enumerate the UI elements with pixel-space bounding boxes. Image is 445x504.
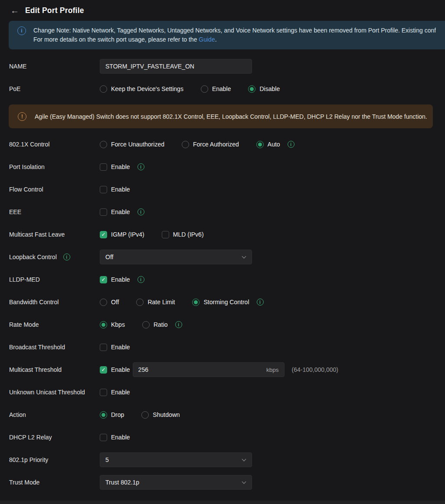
action-radio-drop[interactable]: Drop — [100, 411, 124, 419]
lldp-med-checkbox-enable[interactable]: ✓Enable — [100, 276, 130, 283]
poe-radio-enable[interactable]: Enable — [201, 85, 231, 93]
guide-link[interactable]: Guide — [199, 36, 215, 43]
multicast-threshold-input[interactable] — [138, 366, 266, 373]
change-note-line2: For more details on the switch port usag… — [33, 35, 436, 44]
rate-mode-radio-ratio[interactable]: Ratio — [142, 321, 168, 328]
bandwidth-control-radio-storming-control[interactable]: Storming Control — [192, 299, 249, 306]
poe-label: PoE — [9, 85, 100, 92]
broadcast-threshold-control: Enable — [100, 344, 130, 351]
trust-mode-select[interactable]: Trust 802.1p — [100, 475, 252, 490]
rate-mode-label-text: Rate Mode — [9, 321, 39, 328]
radio-label: Ratio — [154, 321, 168, 328]
radio-icon — [100, 85, 107, 93]
checkbox-label: Enable — [111, 366, 130, 373]
broadcast-threshold-checkbox-enable[interactable]: Enable — [100, 344, 130, 351]
broadcast-threshold-label-text: Broadcast Threshold — [9, 344, 65, 351]
port-isolation-info-icon[interactable]: i — [137, 163, 144, 170]
radio-icon — [248, 85, 255, 93]
bandwidth-control-info-icon[interactable]: i — [257, 299, 264, 306]
checkbox-icon — [100, 389, 107, 396]
checkbox-label: Enable — [111, 208, 130, 215]
checkbox-label: MLD (IPv6) — [173, 231, 204, 238]
radio-label: Auto — [268, 141, 280, 148]
bandwidth-control-label: Bandwidth Control — [9, 299, 100, 306]
rate-mode-label: Rate Mode — [9, 321, 100, 328]
radio-label: Shutdown — [153, 411, 180, 418]
bandwidth-control-radio-off[interactable]: Off — [100, 299, 119, 306]
radio-icon — [192, 299, 200, 306]
name-input[interactable] — [100, 59, 252, 74]
dot1x-control-radio-auto[interactable]: Auto — [256, 141, 280, 148]
row-rate-mode: Rate ModeKbpsRatioi — [0, 313, 445, 336]
edit-port-profile-page: ← Edit Port Profile i Change Note: Nativ… — [0, 0, 445, 504]
dot1x-control-info-icon[interactable]: i — [288, 141, 294, 148]
name-control — [100, 59, 252, 74]
radio-label: Force Unauthorized — [111, 141, 164, 148]
name-label-text: NAME — [9, 63, 26, 70]
checkbox-label: Enable — [111, 163, 130, 170]
dot1x-control-control: Force UnauthorizedForce AuthorizedAutoi — [100, 141, 294, 148]
unknown-unicast-threshold-label-text: Unknown Unicast Threshold — [9, 389, 85, 396]
checkbox-icon: ✓ — [100, 276, 107, 283]
rate-mode-info-icon[interactable]: i — [175, 321, 182, 328]
lldp-med-label-text: LLDP-MED — [9, 276, 40, 283]
unknown-unicast-threshold-checkbox-enable[interactable]: Enable — [100, 389, 130, 396]
dot1x-control-radio-force-authorized[interactable]: Force Authorized — [182, 141, 239, 148]
chevron-down-icon — [242, 457, 246, 461]
unknown-unicast-threshold-control: Enable — [100, 389, 130, 396]
trust-mode-control: Trust 802.1p — [100, 475, 252, 490]
radio-icon — [100, 299, 107, 306]
row-trust-mode: Trust ModeTrust 802.1p — [0, 471, 445, 494]
info-circle-icon: i — [17, 26, 26, 35]
multicast-threshold-label-text: Multicast Threshold — [9, 366, 62, 373]
poe-radio-keep-the-device-s-settings[interactable]: Keep the Device's Settings — [100, 85, 183, 93]
poe-label-text: PoE — [9, 85, 20, 92]
port-isolation-label-text: Port Isolation — [9, 163, 45, 170]
bandwidth-control-label-text: Bandwidth Control — [9, 299, 59, 306]
eee-label-text: EEE — [9, 208, 21, 215]
check-icon: ✓ — [101, 367, 105, 372]
action-radio-shutdown[interactable]: Shutdown — [141, 411, 180, 419]
multicast-fast-leave-checkbox-mld-ipv6[interactable]: MLD (IPv6) — [162, 231, 204, 238]
change-note-banner: i Change Note: Native Network, Tagged Ne… — [9, 21, 445, 49]
dot1p-priority-select[interactable]: 5 — [100, 452, 252, 467]
dhcp-l2-relay-checkbox-enable[interactable]: Enable — [100, 434, 130, 441]
row-dot1x-control: 802.1X ControlForce UnauthorizedForce Au… — [0, 133, 445, 156]
page-title: Edit Port Profile — [25, 6, 84, 15]
back-arrow-icon[interactable]: ← — [10, 6, 19, 15]
radio-label: Enable — [212, 85, 231, 92]
multicast-fast-leave-label-text: Multicast Fast Leave — [9, 231, 65, 238]
eee-checkbox-enable[interactable]: Enable — [100, 208, 130, 216]
radio-label: Force Authorized — [193, 141, 239, 148]
dhcp-l2-relay-label-text: DHCP L2 Relay — [9, 434, 52, 441]
checkbox-icon — [100, 163, 107, 171]
multicast-threshold-checkbox-enable[interactable]: ✓Enable — [100, 366, 130, 374]
rate-mode-radio-kbps[interactable]: Kbps — [100, 321, 125, 328]
eee-info-icon[interactable]: i — [137, 208, 144, 215]
lldp-med-info-icon[interactable]: i — [137, 276, 144, 283]
action-label-text: Action — [9, 411, 26, 418]
page-header: ← Edit Port Profile — [0, 0, 445, 21]
port-isolation-checkbox-enable[interactable]: Enable — [100, 163, 130, 171]
checkbox-label: Enable — [111, 434, 130, 441]
loopback-control-select-value: Off — [105, 254, 113, 260]
footer-edge — [0, 501, 445, 504]
checkbox-label: Enable — [111, 276, 130, 283]
port-isolation-label: Port Isolation — [9, 163, 100, 170]
checkbox-icon — [100, 344, 107, 351]
radio-label: Kbps — [111, 321, 125, 328]
multicast-threshold-field: kbps — [133, 362, 285, 377]
dot1x-control-radio-force-unauthorized[interactable]: Force Unauthorized — [100, 141, 164, 148]
poe-radio-disable[interactable]: Disable — [248, 85, 280, 93]
loopback-control-select[interactable]: Off — [100, 250, 252, 264]
radio-icon — [141, 411, 149, 419]
loopback-control-info-icon[interactable]: i — [63, 254, 70, 260]
bandwidth-control-radio-rate-limit[interactable]: Rate Limit — [136, 299, 175, 306]
checkbox-label: Enable — [111, 389, 130, 396]
flow-control-checkbox-enable[interactable]: Enable — [100, 186, 130, 193]
radio-label: Drop — [111, 411, 124, 418]
multicast-fast-leave-label: Multicast Fast Leave — [9, 231, 100, 238]
checkbox-icon — [100, 186, 107, 193]
radio-icon — [100, 141, 107, 148]
multicast-fast-leave-checkbox-igmp-ipv4[interactable]: ✓IGMP (IPv4) — [100, 231, 144, 238]
